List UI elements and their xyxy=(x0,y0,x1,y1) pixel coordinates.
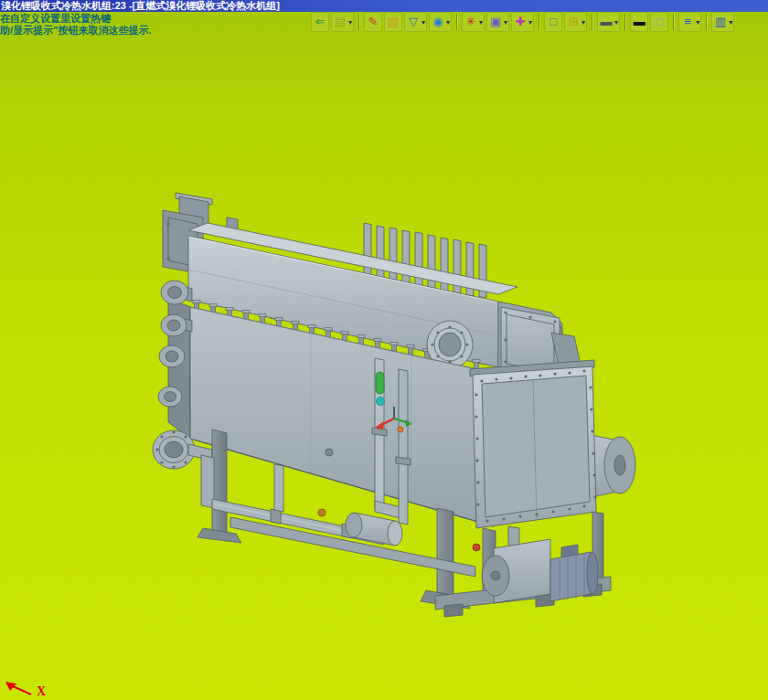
toolbar-separator xyxy=(539,14,539,30)
machine-model[interactable] xyxy=(0,0,768,700)
template-button[interactable]: ▤▾ xyxy=(331,12,354,32)
move-cross-dropdown[interactable]: ▾ xyxy=(528,18,532,27)
template-dropdown[interactable]: ▾ xyxy=(348,18,352,27)
layer-stack-dropdown[interactable]: ▾ xyxy=(696,18,699,27)
work-plane-icon: ⊞ xyxy=(566,14,581,30)
template-icon: ▤ xyxy=(333,14,347,30)
pump-motor-assembly[interactable] xyxy=(482,526,598,603)
toolbar-separator xyxy=(624,14,625,30)
x-axis-arrow-icon xyxy=(4,680,35,698)
shaded-display-dropdown[interactable]: ▾ xyxy=(614,18,618,27)
line-width-button[interactable]: ▬ xyxy=(630,12,648,32)
move-cross-icon: ✚ xyxy=(513,14,528,30)
sphere-icon: ◉ xyxy=(431,14,445,30)
hint-line-1: 在自定义设置里设置热键 xyxy=(0,13,152,25)
pattern-wheel-button[interactable]: ✳▾ xyxy=(462,12,485,32)
solution-pump-volute[interactable] xyxy=(591,435,635,497)
hint-messages: 在自定义设置里设置热键 助/显示提示”按钮来取消这些提示. xyxy=(0,13,152,37)
line-width-icon: ▬ xyxy=(632,14,646,30)
extrude-button[interactable]: ▽▾ xyxy=(404,12,427,32)
work-plane-dropdown[interactable]: ▾ xyxy=(581,18,585,27)
boolean-box-dropdown[interactable]: ▾ xyxy=(504,18,507,27)
display-mode-dropdown[interactable]: ▾ xyxy=(729,18,732,27)
boolean-box-icon: ▣ xyxy=(488,14,503,30)
view-frame-button[interactable]: □ xyxy=(544,12,562,32)
pattern-wheel-icon: ✳ xyxy=(464,14,478,30)
extrude-icon: ▽ xyxy=(406,14,421,30)
window-title: 溴化锂吸收式冷热水机组:23 -[直燃式溴化锂吸收式冷热水机组] xyxy=(1,0,280,11)
toolbar-separator xyxy=(673,14,674,30)
toolbar-separator xyxy=(358,14,359,30)
solid-box-button[interactable]: ▧ xyxy=(384,12,402,32)
import-icon: ⇐ xyxy=(313,14,327,30)
pattern-wheel-dropdown[interactable]: ▾ xyxy=(479,18,483,27)
move-cross-button[interactable]: ✚▾ xyxy=(511,12,534,32)
sketch-pencil-icon: ✎ xyxy=(366,14,380,30)
sphere-dropdown[interactable]: ▾ xyxy=(446,18,450,27)
axis-indicator: X xyxy=(4,680,46,698)
sketch-pencil-button[interactable]: ✎ xyxy=(364,12,382,32)
plate-heat-exchanger-panel[interactable] xyxy=(470,360,597,528)
display-mode-button[interactable]: ▥▾ xyxy=(711,12,734,32)
work-plane-button[interactable]: ⊞▾ xyxy=(564,12,587,32)
toolbar-separator xyxy=(456,14,457,30)
extrude-dropdown[interactable]: ▾ xyxy=(421,18,425,27)
window-titlebar: 溴化锂吸收式冷热水机组:23 -[直燃式溴化锂吸收式冷热水机组] xyxy=(0,0,768,12)
display-mode-icon: ▥ xyxy=(713,14,728,30)
toolbar-separator xyxy=(592,14,592,30)
view-frame-icon: □ xyxy=(546,14,560,30)
viewport-3d[interactable] xyxy=(0,0,768,700)
toolbar-separator xyxy=(706,14,707,30)
boolean-box-button[interactable]: ▣▾ xyxy=(486,12,509,32)
layer-stack-icon: ≡ xyxy=(680,14,695,30)
import-button[interactable]: ⇐ xyxy=(311,12,329,32)
shaded-display-icon: ▬ xyxy=(599,14,613,30)
main-toolbar: ⇐▤▾✎▧▽▾◉▾✳▾▣▾✚▾□⊞▾▬▾▬□≡▾▥▾ xyxy=(311,12,768,32)
layer-stack-button[interactable]: ≡▾ xyxy=(678,12,701,32)
canvas-icon: □ xyxy=(652,14,667,30)
sphere-button[interactable]: ◉▾ xyxy=(429,12,452,32)
shaded-display-button[interactable]: ▬▾ xyxy=(597,12,620,32)
hint-line-2: 助/显示提示”按钮来取消这些提示. xyxy=(0,25,152,37)
solid-box-icon: ▧ xyxy=(386,14,400,30)
canvas-button[interactable]: □ xyxy=(650,12,668,32)
x-axis-label: X xyxy=(37,685,46,698)
